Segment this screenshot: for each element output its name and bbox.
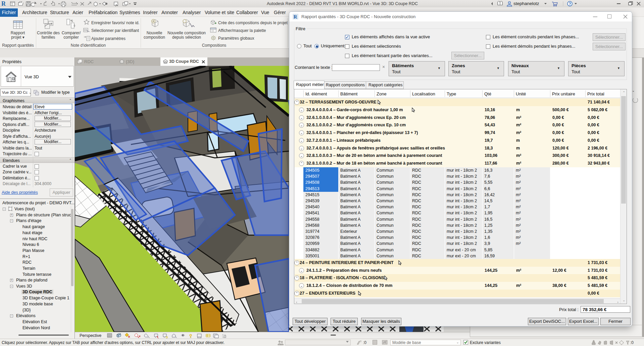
svg-text:R: R bbox=[294, 14, 297, 19]
svg-text:stephanelotz: stephanelotz bbox=[513, 1, 539, 6]
svg-text:R: R bbox=[1, 0, 6, 7]
svg-text:?: ? bbox=[569, 2, 571, 6]
